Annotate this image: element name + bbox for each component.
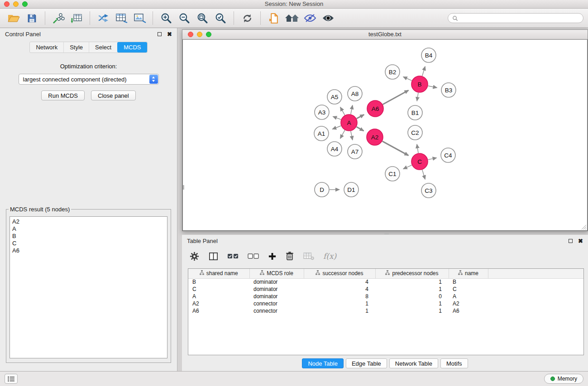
show-graphics-button[interactable]	[320, 10, 336, 26]
refresh-button[interactable]	[239, 10, 255, 26]
column-header-shared-name[interactable]: shared name	[188, 269, 249, 278]
column-header-predecessor-nodes[interactable]: predecessor nodes	[375, 269, 449, 278]
close-panel-button[interactable]: Close panel	[91, 91, 136, 100]
table-cell[interactable]: 0	[375, 293, 449, 300]
table-cell[interactable]: B	[449, 278, 488, 286]
table-cell[interactable]: 1	[375, 307, 449, 315]
list-item[interactable]: C	[12, 240, 165, 247]
graph-edge[interactable]	[382, 141, 409, 156]
tab-network[interactable]: Network	[30, 42, 63, 52]
new-network-from-selection-button[interactable]	[114, 10, 129, 26]
graph-node-D1[interactable]: D1	[344, 182, 359, 197]
table-cell[interactable]: A	[188, 293, 249, 300]
minimize-window-button[interactable]	[13, 1, 19, 7]
table-row[interactable]: A6connector11A6	[188, 307, 583, 315]
zoom-window-button[interactable]	[22, 1, 28, 7]
table-cell[interactable]: connector	[249, 300, 304, 307]
graph-node-B[interactable]: B	[411, 76, 428, 92]
graph-edge[interactable]	[422, 67, 425, 76]
tab-edge-table[interactable]: Edge Table	[346, 358, 387, 368]
graph-edge[interactable]	[428, 158, 437, 160]
graph-node-C1[interactable]: C1	[385, 167, 400, 181]
tab-node-table[interactable]: Node Table	[302, 358, 344, 368]
zoom-in-button[interactable]	[158, 10, 174, 26]
first-neighbors-button[interactable]	[96, 10, 111, 26]
tab-select[interactable]: Select	[89, 42, 117, 52]
table-cell[interactable]: A	[449, 293, 488, 300]
memory-button[interactable]: Memory	[544, 374, 583, 384]
graph-node-A5[interactable]: A5	[327, 90, 342, 104]
graph-edge[interactable]	[422, 170, 425, 179]
close-panel-icon[interactable]: ✖	[167, 32, 172, 37]
list-item[interactable]: A6	[12, 247, 165, 254]
table-cell[interactable]: 1	[375, 286, 449, 293]
graph-node-C[interactable]: C	[411, 153, 428, 170]
graph-edge[interactable]	[403, 165, 412, 169]
vertical-scroll-indicator[interactable]	[183, 185, 184, 190]
table-cell[interactable]: A6	[188, 307, 249, 315]
document-button[interactable]	[266, 10, 282, 26]
task-history-button[interactable]	[5, 374, 18, 384]
graph-edge[interactable]	[333, 116, 341, 119]
graph-edge[interactable]	[428, 86, 437, 88]
table-cell[interactable]: B	[188, 278, 249, 286]
function-builder-button[interactable]: f(x)	[323, 252, 336, 261]
graph-node-A4[interactable]: A4	[327, 142, 342, 156]
close-table-panel-icon[interactable]: ✖	[578, 239, 583, 243]
float-table-panel-icon[interactable]	[569, 239, 573, 243]
search-input[interactable]	[460, 15, 579, 21]
import-table-button[interactable]	[69, 10, 84, 26]
graph-edge[interactable]	[357, 114, 364, 119]
graph-edge[interactable]	[403, 77, 412, 81]
zoom-out-button[interactable]	[177, 10, 192, 26]
table-cell[interactable]: dominator	[249, 278, 304, 286]
table-row[interactable]: Cdominator41C	[188, 286, 583, 293]
minimize-network-window-button[interactable]	[197, 32, 202, 37]
graph-edge[interactable]	[340, 130, 345, 139]
graph-node-B3[interactable]: B3	[441, 83, 456, 97]
graph-edge[interactable]	[417, 93, 418, 101]
table-cell[interactable]: C	[188, 286, 249, 293]
export-image-button[interactable]	[132, 10, 147, 26]
table-cell[interactable]: 1	[375, 300, 449, 307]
tab-style[interactable]: Style	[63, 42, 89, 52]
graph-edge[interactable]	[340, 107, 345, 115]
hide-graphics-button[interactable]	[302, 10, 318, 26]
network-canvas[interactable]: B4B2BB3A5A8A6B1A3AC2A1A2A4A7C4CC1C3DD1	[182, 39, 588, 231]
home-button[interactable]	[284, 10, 300, 26]
tab-motifs[interactable]: Motifs	[440, 358, 468, 368]
graph-node-C4[interactable]: C4	[441, 148, 455, 162]
add-column-button[interactable]	[268, 252, 277, 261]
list-item[interactable]: A2	[12, 218, 165, 225]
graph-edge[interactable]	[351, 105, 353, 114]
close-window-button[interactable]	[4, 1, 10, 7]
run-mcds-button[interactable]: Run MCDS	[41, 91, 85, 100]
table-cell[interactable]: dominator	[249, 286, 304, 293]
zoom-network-window-button[interactable]	[206, 32, 211, 37]
table-row[interactable]: A2connector11A2	[188, 300, 583, 307]
graph-node-C2[interactable]: C2	[408, 125, 422, 140]
table-cell[interactable]: C	[449, 286, 488, 293]
graph-node-A7[interactable]: A7	[348, 144, 362, 159]
graph-node-B4[interactable]: B4	[421, 48, 436, 62]
open-session-button[interactable]	[6, 10, 21, 26]
optimization-criterion-dropdown[interactable]: largest connected component (directed)	[19, 74, 159, 85]
table-cell[interactable]: 4	[304, 286, 375, 293]
close-network-window-button[interactable]	[188, 32, 193, 37]
network-graph[interactable]: B4B2BB3A5A8A6B1A3AC2A1A2A4A7C4CC1C3DD1	[183, 40, 587, 231]
table-cell[interactable]: 1	[375, 278, 449, 286]
resize-grip[interactable]	[581, 224, 587, 230]
tab-mcds[interactable]: MCDS	[117, 42, 147, 52]
table-settings-button[interactable]	[189, 251, 200, 262]
table-row[interactable]: Adominator80A	[188, 293, 583, 300]
column-header-name[interactable]: name	[449, 269, 488, 278]
delete-table-button[interactable]	[303, 252, 315, 261]
column-header-MCDS-role[interactable]: MCDS role	[249, 269, 304, 278]
graph-node-B2[interactable]: B2	[385, 65, 400, 79]
save-session-button[interactable]	[24, 10, 39, 26]
table-cell[interactable]: A6	[449, 307, 488, 315]
graph-edge[interactable]	[332, 126, 341, 129]
search-box[interactable]	[448, 13, 583, 23]
zoom-selected-button[interactable]	[213, 10, 228, 26]
select-all-button[interactable]	[227, 252, 239, 260]
